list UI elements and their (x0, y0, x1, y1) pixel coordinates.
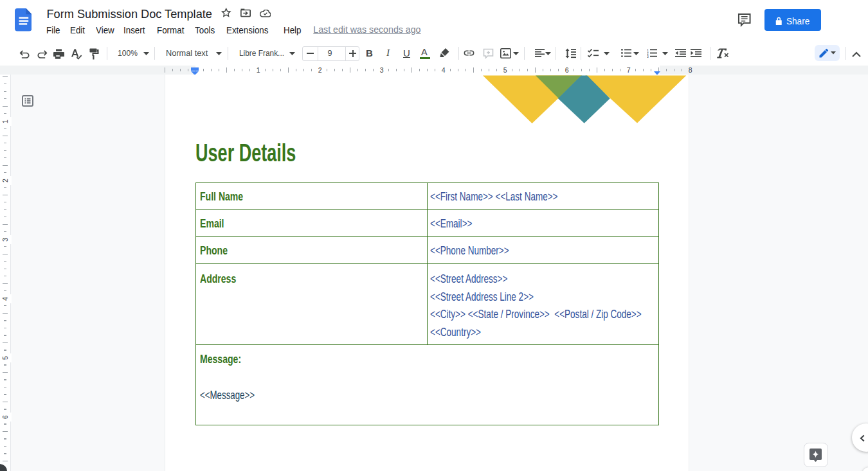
svg-text:3: 3 (647, 55, 649, 58)
